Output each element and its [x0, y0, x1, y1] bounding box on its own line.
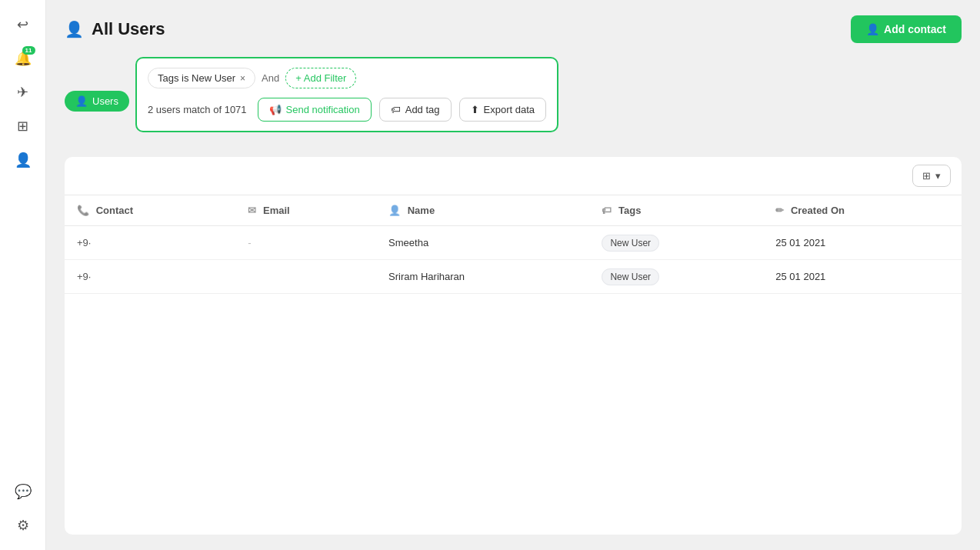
add-filter-label: + Add Filter — [295, 72, 346, 84]
sidebar-icon-settings[interactable]: ⚙ — [8, 510, 38, 541]
table-header-row: ⊞ ▾ — [65, 157, 962, 195]
add-contact-button[interactable]: 👤 Add contact — [851, 15, 962, 43]
row1-tags: New User — [589, 226, 763, 260]
table-header: 📞 Contact ✉ Email 👤 Name 🏷 Tags — [65, 195, 962, 226]
users-tab-label: Users — [92, 95, 118, 107]
sidebar-icon-grid[interactable]: ⊞ — [8, 111, 38, 142]
table-row: +9· Sriram Hariharan New User 25 01 2021 — [65, 260, 962, 294]
action-row: 2 users match of 1071 📢 Send notificatio… — [148, 98, 546, 122]
row2-contact: +9· — [65, 260, 235, 294]
col-created-on: ✏ Created On — [763, 195, 962, 226]
row1-name: Smeetha — [376, 226, 589, 260]
col-contact-label: Contact — [96, 205, 133, 216]
chat-icon: 💬 — [15, 483, 32, 500]
send-notification-button[interactable]: 📢 Send notification — [258, 98, 372, 122]
export-data-button[interactable]: ⬆ Export data — [459, 98, 547, 122]
view-toggle-icon: ⊞ — [922, 170, 931, 182]
tags-col-icon: 🏷 — [602, 205, 612, 216]
sidebar-icon-notification[interactable]: 🔔 11 — [8, 43, 38, 74]
col-created-on-label: Created On — [791, 205, 845, 216]
col-name-label: Name — [408, 205, 435, 216]
match-text: 2 users match of 1071 — [148, 104, 247, 115]
data-table-wrapper: ⊞ ▾ 📞 Contact ✉ Email 👤 Name — [65, 157, 962, 535]
add-tag-icon: 🏷 — [391, 104, 401, 115]
export-label: Export data — [484, 104, 535, 115]
sidebar-icon-chat[interactable]: 💬 — [8, 476, 38, 507]
view-toggle-chevron: ▾ — [935, 170, 941, 182]
row2-tags: New User — [589, 260, 763, 294]
users-icon: 👤 — [15, 152, 32, 168]
add-contact-icon: 👤 — [866, 23, 879, 35]
page-header: 👤 All Users 👤 Add contact — [65, 15, 962, 43]
filter-tag-row: Tags is New User × And + Add Filter — [148, 68, 546, 88]
col-name: 👤 Name — [376, 195, 589, 226]
page-title-icon: 👤 — [65, 20, 84, 38]
back-icon: ↩ — [17, 16, 28, 33]
row2-name: Sriram Hariharan — [376, 260, 589, 294]
grid-icon: ⊞ — [17, 118, 28, 135]
row1-email: - — [235, 226, 376, 260]
sidebar: ↩ 🔔 11 ✈ ⊞ 👤 💬 ⚙ — [0, 0, 46, 550]
tag-badge: New User — [602, 268, 659, 285]
row1-created-on: 25 01 2021 — [763, 226, 962, 260]
created-col-icon: ✏ — [775, 205, 784, 216]
users-tab-icon: 👤 — [75, 95, 88, 107]
table-row: +9· - Smeetha New User 25 01 2021 — [65, 226, 962, 260]
send-notif-icon: 📢 — [269, 104, 282, 115]
contact-col-icon: 📞 — [77, 205, 89, 216]
export-icon: ⬆ — [471, 104, 479, 115]
filter-chip-tags[interactable]: Tags is New User × — [148, 68, 255, 88]
add-filter-button[interactable]: + Add Filter — [285, 68, 356, 88]
send-notif-label: Send notification — [286, 104, 360, 115]
settings-icon: ⚙ — [17, 517, 29, 534]
col-contact: 📞 Contact — [65, 195, 235, 226]
filter-bar: 👤 Users Tags is New User × And + Add Fil… — [65, 57, 962, 145]
col-email-label: Email — [263, 205, 290, 216]
page-title: All Users — [92, 19, 165, 39]
add-tag-label: Add tag — [405, 104, 440, 115]
users-table: 📞 Contact ✉ Email 👤 Name 🏷 Tags — [65, 195, 962, 294]
main-content: 👤 All Users 👤 Add contact 👤 Users Tags i… — [46, 0, 980, 550]
row2-created-on: 25 01 2021 — [763, 260, 962, 294]
row1-contact: +9· — [65, 226, 235, 260]
sidebar-icon-back[interactable]: ↩ — [8, 9, 38, 40]
row2-email — [235, 260, 376, 294]
col-tags: 🏷 Tags — [589, 195, 763, 226]
highlight-box: Tags is New User × And + Add Filter 2 us… — [135, 57, 558, 132]
sidebar-icon-users[interactable]: 👤 — [8, 145, 38, 175]
notification-badge: 11 — [22, 46, 35, 55]
name-col-icon: 👤 — [388, 205, 401, 216]
sidebar-icon-send[interactable]: ✈ — [8, 77, 38, 108]
add-tag-button[interactable]: 🏷 Add tag — [379, 98, 452, 122]
view-toggle-button[interactable]: ⊞ ▾ — [912, 165, 951, 187]
users-filter-tab[interactable]: 👤 Users — [65, 91, 129, 112]
filter-chip-close[interactable]: × — [240, 73, 245, 84]
page-title-row: 👤 All Users — [65, 19, 165, 39]
filter-and-label: And — [262, 72, 279, 84]
add-contact-label: Add contact — [884, 23, 946, 35]
filter-chip-label: Tags is New User — [158, 72, 235, 84]
col-tags-label: Tags — [618, 205, 641, 216]
col-email: ✉ Email — [235, 195, 376, 226]
send-icon: ✈ — [17, 84, 28, 101]
email-col-icon: ✉ — [248, 205, 256, 216]
tag-badge: New User — [602, 235, 659, 252]
